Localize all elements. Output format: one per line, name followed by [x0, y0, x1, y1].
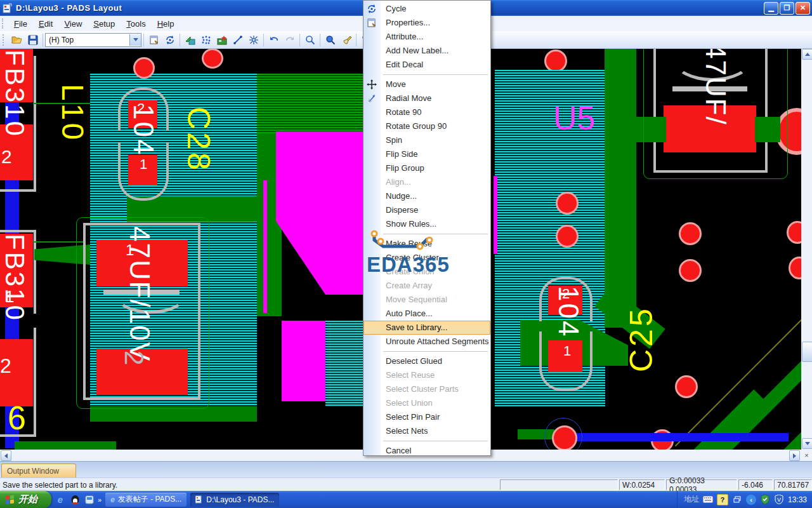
address-band-label[interactable]: 地址 — [684, 494, 699, 505]
pcb-via[interactable] — [544, 50, 567, 72]
vertical-scroll-thumb[interactable] — [802, 342, 812, 362]
menu-item-edit-decal[interactable]: Edit Decal — [363, 58, 490, 72]
menu-item-select-nets[interactable]: Select Nets — [363, 424, 490, 438]
pads-icon — [195, 495, 203, 504]
menu-item-rotate-group-90[interactable]: Rotate Group 90 — [363, 119, 490, 133]
pcb-via[interactable] — [675, 375, 698, 398]
pcb-via[interactable] — [556, 192, 579, 215]
pcb-via[interactable] — [202, 48, 223, 69]
pcb-via[interactable] — [133, 57, 155, 79]
design-toolbar-button[interactable] — [198, 32, 214, 48]
restore-button[interactable]: ❐ — [780, 2, 794, 15]
menu-item-cycle[interactable]: Cycle — [363, 2, 490, 16]
board-zoom-button[interactable] — [322, 32, 338, 48]
menu-item-disperse[interactable]: Disperse — [363, 203, 490, 217]
drafting-toolbar-button[interactable] — [182, 32, 198, 48]
selection-highlight-shape[interactable] — [282, 321, 325, 401]
menu-tools[interactable]: Tools — [121, 17, 151, 30]
menu-view[interactable]: View — [58, 17, 88, 30]
clock[interactable]: 13:33 — [788, 495, 807, 504]
layer-combobox[interactable]: (H) Top — [45, 33, 141, 47]
scroll-right-button[interactable] — [789, 450, 800, 461]
selection-highlight-strip — [494, 176, 497, 254]
menu-help[interactable]: Help — [152, 17, 180, 30]
close-button[interactable]: ✕ — [796, 2, 810, 15]
menu-setup[interactable]: Setup — [88, 17, 121, 30]
combobox-dropdown-button[interactable] — [129, 34, 141, 46]
menu-item-attribute[interactable]: Attribute... — [363, 30, 490, 44]
open-button[interactable] — [9, 32, 25, 48]
menu-edit[interactable]: Edit — [33, 17, 58, 30]
menu-item-unroute-attached-segments[interactable]: Unroute Attached Segments — [363, 335, 490, 349]
menu-item-label: Move — [386, 79, 406, 89]
keyboard-icon[interactable] — [703, 495, 713, 505]
line-icon — [233, 35, 243, 45]
menu-item-nudge[interactable]: Nudge... — [363, 189, 490, 203]
menu-item-cancel[interactable]: Cancel — [363, 444, 490, 458]
properties-button[interactable] — [146, 32, 162, 48]
cycle-icon — [165, 35, 175, 45]
menu-item-properties[interactable]: Properties... — [363, 16, 490, 30]
redo-button[interactable] — [282, 32, 298, 48]
qq-quicklaunch-icon[interactable] — [69, 494, 81, 505]
menu-item-rotate-90[interactable]: Rotate 90 — [363, 105, 490, 119]
taskbar-button-pads[interactable]: D:\Layou3 - PADS... — [190, 493, 279, 507]
shield-check-icon[interactable] — [760, 495, 770, 505]
menu-file[interactable]: File — [8, 17, 33, 30]
menu-item-save-to-library[interactable]: Save to Library... — [363, 321, 490, 335]
windows-flag-icon — [5, 495, 15, 505]
shield-v-icon[interactable]: V — [774, 495, 784, 505]
start-button[interactable]: 开始 — [0, 491, 51, 508]
zoom-button[interactable] — [302, 32, 318, 48]
menu-item-add-new-label[interactable]: Add New Label... — [363, 44, 490, 58]
quicklaunch-chevron-icon[interactable]: » — [98, 496, 102, 504]
menu-item-label: Attribute... — [386, 32, 423, 41]
dimension-toolbar-button[interactable] — [230, 32, 246, 48]
ie-quicklaunch-icon[interactable]: e — [55, 494, 66, 505]
toolbar-grip — [3, 34, 6, 46]
radial-burst-icon — [249, 35, 259, 45]
vertical-scrollbar[interactable] — [801, 48, 812, 450]
menu-item-select-pin-pair[interactable]: Select Pin Pair — [363, 410, 490, 424]
scroll-left-button[interactable] — [1, 450, 11, 461]
save-button[interactable] — [25, 32, 41, 48]
menu-item-radial-move[interactable]: Radial Move — [363, 91, 490, 105]
app-quicklaunch-icon[interactable] — [84, 494, 95, 505]
chevron-down-icon — [133, 38, 138, 41]
window-switcher-icon[interactable] — [732, 495, 742, 505]
scroll-up-button[interactable] — [802, 49, 812, 60]
cycle-button[interactable] — [162, 32, 178, 48]
menu-item-deselect-glued[interactable]: Deselect Glued — [363, 354, 490, 368]
ecc-toolbar-button[interactable] — [246, 32, 261, 48]
undo-button[interactable] — [266, 32, 282, 48]
menu-item-move[interactable]: Move — [363, 77, 490, 91]
save-floppy-icon — [28, 35, 38, 45]
status-field-empty — [500, 479, 618, 490]
brush-icon — [341, 35, 351, 45]
menu-item-label: Add New Label... — [386, 46, 449, 55]
cleanup-button[interactable] — [338, 32, 354, 48]
pin-number: 2 — [137, 102, 145, 116]
pcb-via[interactable] — [679, 259, 702, 282]
part-value: 47UF/ — [702, 48, 730, 126]
redo-icon — [285, 35, 295, 45]
pcb-outline-segment — [34, 56, 36, 192]
minimize-button[interactable]: ▁ — [764, 2, 778, 15]
taskbar-button-browser[interactable]: e 发表帖子 - PADS... — [105, 493, 187, 507]
cycle-icon — [367, 4, 377, 14]
board-toolbar-button[interactable] — [214, 32, 230, 48]
menu-item-move-sequential: Move Sequential — [363, 293, 490, 307]
help-tray-icon[interactable]: ? — [717, 494, 728, 505]
menu-item-flip-group[interactable]: Flip Group — [363, 161, 490, 175]
menu-item-auto-place[interactable]: Auto Place... — [363, 307, 490, 321]
tab-output-window[interactable]: Output Window — [1, 464, 76, 478]
scroll-down-button[interactable] — [802, 438, 812, 449]
menu-item-spin[interactable]: Spin — [363, 133, 490, 147]
pcb-via[interactable] — [679, 222, 702, 245]
selection-highlight-shape[interactable] — [276, 131, 363, 295]
panel-close-icon[interactable]: × — [801, 450, 812, 461]
pcb-via[interactable] — [556, 225, 579, 248]
collapse-tray-icon[interactable]: ‹ — [746, 495, 756, 505]
menu-item-flip-side[interactable]: Flip Side — [363, 147, 490, 161]
magnifier-blue-icon — [325, 35, 336, 45]
